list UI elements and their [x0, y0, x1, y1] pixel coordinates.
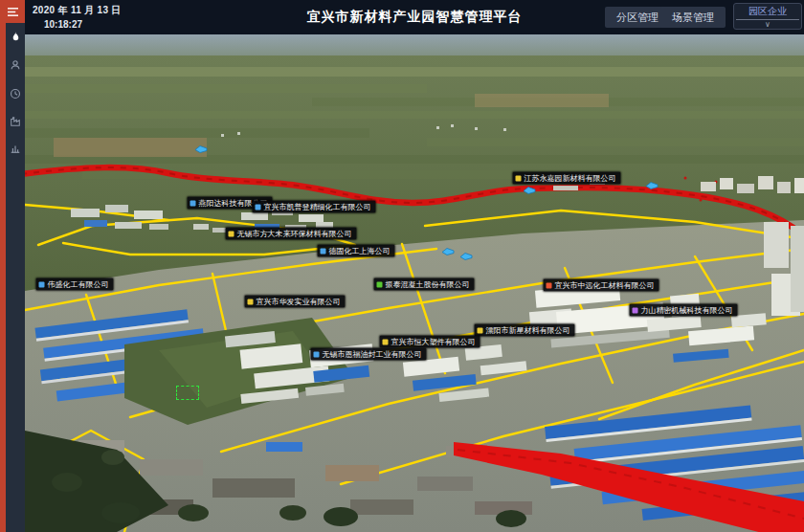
selection-box[interactable] [176, 386, 199, 400]
company-label-text: 无锡市方大未来环保材料有限公司 [237, 228, 352, 239]
park-enterprise-dropdown[interactable]: 园区企业 ∨ [733, 3, 802, 30]
company-label-text: 宜兴市华发实业有限公司 [257, 296, 341, 307]
company-icon [478, 327, 483, 333]
company-label[interactable]: 漂阳市新星材料有限公司 [475, 324, 575, 337]
company-label[interactable]: 无锡市恩福油封工业有限公司 [311, 348, 427, 361]
company-icon [516, 175, 522, 181]
company-icon [314, 351, 320, 357]
company-label-text: 伟盛化工有限公司 [48, 278, 109, 290]
company-label[interactable]: 宜兴市华发实业有限公司 [245, 296, 346, 308]
company-label[interactable]: 伟盛化工有限公司 [36, 278, 114, 291]
platform-window: 2020 年 11 月 13 日 10:18:27 宜兴市新材料产业园智慧管理平… [0, 0, 804, 532]
map-canvas[interactable]: 燕阳达科技有限公司 宜兴市凯普登精细化工有限公司 无锡市方大未来环保材料有限公司… [25, 34, 804, 532]
drone-marker[interactable] [459, 248, 473, 256]
company-label-text: 振泰混凝土股份有限公司 [386, 278, 470, 290]
factory-icon[interactable] [6, 112, 25, 131]
company-label[interactable]: 力山精密机械科技有限公司 [630, 304, 738, 317]
company-icon [377, 281, 383, 287]
company-icon [248, 299, 254, 304]
company-label[interactable]: 宜兴市恒大塑件有限公司 [380, 336, 480, 348]
company-label-text: 无锡市恩福油封工业有限公司 [323, 348, 422, 360]
sidebar [6, 0, 25, 532]
company-label-text: 宜兴市凯普登精细化工有限公司 [264, 201, 371, 212]
company-label-text: 力山精密机械科技有限公司 [641, 304, 733, 316]
company-icon [39, 281, 45, 287]
company-label-text: 德固化工上海公司 [329, 245, 391, 256]
company-label[interactable]: 振泰混凝土股份有限公司 [374, 278, 475, 291]
company-label-text: 宜兴市中远化工材料有限公司 [555, 279, 655, 291]
company-label-text: 江苏永嘉园新材料有限公司 [525, 172, 616, 184]
user-icon[interactable] [6, 55, 25, 75]
drone-marker[interactable] [194, 141, 208, 149]
scene-management-button[interactable]: 场景管理 [660, 7, 726, 28]
company-label[interactable]: 江苏永嘉园新材料有限公司 [513, 172, 621, 185]
company-label-text: 漂阳市新星材料有限公司 [486, 324, 570, 336]
company-icon [256, 204, 261, 210]
company-icon [633, 307, 638, 313]
history-icon[interactable] [6, 84, 25, 103]
bar-chart-icon[interactable] [6, 139, 25, 158]
top-bar: 2020 年 11 月 13 日 10:18:27 宜兴市新材料产业园智慧管理平… [25, 0, 804, 34]
company-label-text: 宜兴市恒大塑件有限公司 [391, 336, 476, 347]
company-label[interactable]: 无锡市方大未来环保材料有限公司 [226, 228, 357, 240]
company-icon [547, 282, 552, 288]
company-icon [190, 200, 196, 206]
company-icon [229, 231, 234, 236]
drone-marker[interactable] [441, 243, 455, 252]
fire-icon[interactable] [6, 27, 25, 46]
company-icon [383, 339, 389, 344]
chevron-down-icon: ∨ [734, 21, 801, 29]
company-label[interactable]: 宜兴市凯普登精细化工有限公司 [253, 201, 376, 213]
company-icon [321, 248, 326, 254]
menu-icon[interactable] [0, 0, 25, 23]
company-label[interactable]: 德固化工上海公司 [318, 245, 395, 257]
company-label[interactable]: 宜兴市中远化工材料有限公司 [544, 279, 659, 292]
dropdown-label: 园区企业 [734, 4, 801, 18]
drone-marker[interactable] [645, 177, 659, 186]
